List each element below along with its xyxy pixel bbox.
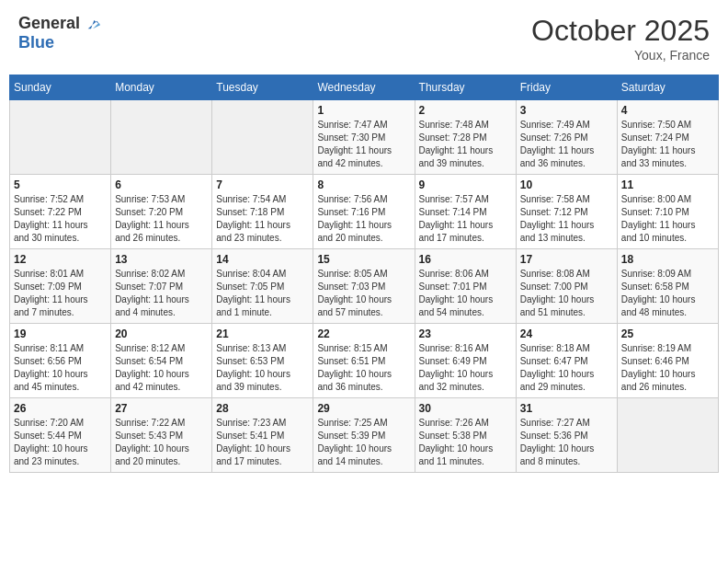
day-info: Sunrise: 8:00 AM Sunset: 7:10 PM Dayligh…: [621, 193, 714, 245]
day-number: 27: [115, 402, 208, 415]
day-info: Sunrise: 7:57 AM Sunset: 7:14 PM Dayligh…: [419, 193, 512, 245]
day-info: Sunrise: 7:53 AM Sunset: 7:20 PM Dayligh…: [115, 193, 208, 245]
day-number: 21: [216, 327, 309, 340]
day-number: 20: [115, 327, 208, 340]
day-info: Sunrise: 7:56 AM Sunset: 7:16 PM Dayligh…: [317, 193, 410, 245]
day-info: Sunrise: 8:02 AM Sunset: 7:07 PM Dayligh…: [115, 268, 208, 319]
calendar-cell: 10Sunrise: 7:58 AM Sunset: 7:12 PM Dayli…: [516, 175, 617, 249]
day-number: 2: [419, 104, 512, 117]
day-number: 4: [621, 104, 714, 117]
logo: General Blue: [18, 14, 100, 52]
weekday-header: Friday: [516, 75, 617, 100]
month-title: October 2025: [531, 14, 710, 48]
day-number: 8: [317, 178, 410, 191]
calendar-cell: 9Sunrise: 7:57 AM Sunset: 7:14 PM Daylig…: [415, 175, 516, 249]
day-info: Sunrise: 8:19 AM Sunset: 6:46 PM Dayligh…: [621, 342, 714, 394]
day-number: 1: [317, 104, 410, 117]
day-number: 11: [621, 178, 714, 191]
day-info: Sunrise: 7:49 AM Sunset: 7:26 PM Dayligh…: [520, 119, 613, 170]
day-info: Sunrise: 8:18 AM Sunset: 6:47 PM Dayligh…: [520, 342, 613, 394]
day-info: Sunrise: 8:06 AM Sunset: 7:01 PM Dayligh…: [419, 268, 512, 319]
calendar-week-row: 5Sunrise: 7:52 AM Sunset: 7:22 PM Daylig…: [10, 175, 719, 249]
day-number: 29: [317, 402, 410, 415]
day-number: 26: [14, 402, 107, 415]
day-info: Sunrise: 8:01 AM Sunset: 7:09 PM Dayligh…: [14, 268, 107, 319]
day-info: Sunrise: 8:04 AM Sunset: 7:05 PM Dayligh…: [216, 268, 309, 319]
day-info: Sunrise: 8:05 AM Sunset: 7:03 PM Dayligh…: [317, 268, 410, 319]
calendar-cell: 7Sunrise: 7:54 AM Sunset: 7:18 PM Daylig…: [212, 175, 313, 249]
calendar-cell: 1Sunrise: 7:47 AM Sunset: 7:30 PM Daylig…: [313, 100, 415, 175]
calendar-cell: 19Sunrise: 8:11 AM Sunset: 6:56 PM Dayli…: [10, 324, 111, 398]
calendar-cell: 30Sunrise: 7:26 AM Sunset: 5:38 PM Dayli…: [415, 398, 516, 473]
calendar-cell: 13Sunrise: 8:02 AM Sunset: 7:07 PM Dayli…: [111, 249, 212, 324]
day-number: 3: [520, 104, 613, 117]
day-info: Sunrise: 7:47 AM Sunset: 7:30 PM Dayligh…: [317, 119, 410, 170]
day-number: 28: [216, 402, 309, 415]
calendar-cell: 21Sunrise: 8:13 AM Sunset: 6:53 PM Dayli…: [212, 324, 313, 398]
location-title: Youx, France: [531, 48, 710, 63]
day-info: Sunrise: 7:50 AM Sunset: 7:24 PM Dayligh…: [621, 119, 714, 170]
day-number: 23: [419, 327, 512, 340]
day-number: 17: [520, 253, 613, 266]
day-number: 16: [419, 253, 512, 266]
day-info: Sunrise: 7:52 AM Sunset: 7:22 PM Dayligh…: [14, 193, 107, 245]
logo-icon: [82, 15, 100, 33]
calendar-cell: 26Sunrise: 7:20 AM Sunset: 5:44 PM Dayli…: [10, 398, 111, 473]
calendar-cell: 25Sunrise: 8:19 AM Sunset: 6:46 PM Dayli…: [617, 324, 718, 398]
calendar-cell: 24Sunrise: 8:18 AM Sunset: 6:47 PM Dayli…: [516, 324, 617, 398]
day-info: Sunrise: 7:58 AM Sunset: 7:12 PM Dayligh…: [520, 193, 613, 245]
day-info: Sunrise: 7:26 AM Sunset: 5:38 PM Dayligh…: [419, 417, 512, 468]
calendar-week-row: 1Sunrise: 7:47 AM Sunset: 7:30 PM Daylig…: [10, 100, 719, 175]
logo-blue-text: Blue: [18, 33, 54, 52]
day-number: 18: [621, 253, 714, 266]
day-info: Sunrise: 7:48 AM Sunset: 7:28 PM Dayligh…: [419, 119, 512, 170]
calendar-week-row: 26Sunrise: 7:20 AM Sunset: 5:44 PM Dayli…: [10, 398, 719, 473]
weekday-header-row: SundayMondayTuesdayWednesdayThursdayFrid…: [10, 75, 719, 100]
day-number: 14: [216, 253, 309, 266]
day-info: Sunrise: 7:23 AM Sunset: 5:41 PM Dayligh…: [216, 417, 309, 468]
weekday-header: Monday: [111, 75, 212, 100]
calendar-cell: 15Sunrise: 8:05 AM Sunset: 7:03 PM Dayli…: [313, 249, 415, 324]
day-info: Sunrise: 7:22 AM Sunset: 5:43 PM Dayligh…: [115, 417, 208, 468]
weekday-header: Thursday: [415, 75, 516, 100]
calendar-cell: 27Sunrise: 7:22 AM Sunset: 5:43 PM Dayli…: [111, 398, 212, 473]
day-number: 7: [216, 178, 309, 191]
day-info: Sunrise: 7:25 AM Sunset: 5:39 PM Dayligh…: [317, 417, 410, 468]
day-info: Sunrise: 8:11 AM Sunset: 6:56 PM Dayligh…: [14, 342, 107, 394]
day-number: 9: [419, 178, 512, 191]
calendar-cell: [617, 398, 718, 473]
day-info: Sunrise: 7:54 AM Sunset: 7:18 PM Dayligh…: [216, 193, 309, 245]
calendar-cell: [212, 100, 313, 175]
day-number: 22: [317, 327, 410, 340]
day-number: 30: [419, 402, 512, 415]
day-number: 10: [520, 178, 613, 191]
day-number: 15: [317, 253, 410, 266]
calendar-cell: 31Sunrise: 7:27 AM Sunset: 5:36 PM Dayli…: [516, 398, 617, 473]
calendar-cell: 18Sunrise: 8:09 AM Sunset: 6:58 PM Dayli…: [617, 249, 718, 324]
calendar-cell: 12Sunrise: 8:01 AM Sunset: 7:09 PM Dayli…: [10, 249, 111, 324]
calendar-cell: 5Sunrise: 7:52 AM Sunset: 7:22 PM Daylig…: [10, 175, 111, 249]
calendar-cell: [10, 100, 111, 175]
calendar-table: SundayMondayTuesdayWednesdayThursdayFrid…: [9, 75, 719, 473]
calendar-cell: 29Sunrise: 7:25 AM Sunset: 5:39 PM Dayli…: [313, 398, 415, 473]
calendar-cell: 17Sunrise: 8:08 AM Sunset: 7:00 PM Dayli…: [516, 249, 617, 324]
title-block: October 2025 Youx, France: [531, 14, 710, 63]
calendar-cell: 6Sunrise: 7:53 AM Sunset: 7:20 PM Daylig…: [111, 175, 212, 249]
day-info: Sunrise: 8:08 AM Sunset: 7:00 PM Dayligh…: [520, 268, 613, 319]
calendar-cell: 11Sunrise: 8:00 AM Sunset: 7:10 PM Dayli…: [617, 175, 718, 249]
calendar-cell: 22Sunrise: 8:15 AM Sunset: 6:51 PM Dayli…: [313, 324, 415, 398]
weekday-header: Tuesday: [212, 75, 313, 100]
day-number: 31: [520, 402, 613, 415]
day-number: 6: [115, 178, 208, 191]
day-info: Sunrise: 8:09 AM Sunset: 6:58 PM Dayligh…: [621, 268, 714, 319]
day-number: 5: [14, 178, 107, 191]
calendar-cell: [111, 100, 212, 175]
weekday-header: Sunday: [10, 75, 111, 100]
day-number: 19: [14, 327, 107, 340]
day-number: 25: [621, 327, 714, 340]
day-info: Sunrise: 8:12 AM Sunset: 6:54 PM Dayligh…: [115, 342, 208, 394]
logo-general-text: General: [18, 14, 80, 33]
day-number: 13: [115, 253, 208, 266]
calendar-cell: 14Sunrise: 8:04 AM Sunset: 7:05 PM Dayli…: [212, 249, 313, 324]
day-info: Sunrise: 8:16 AM Sunset: 6:49 PM Dayligh…: [419, 342, 512, 394]
